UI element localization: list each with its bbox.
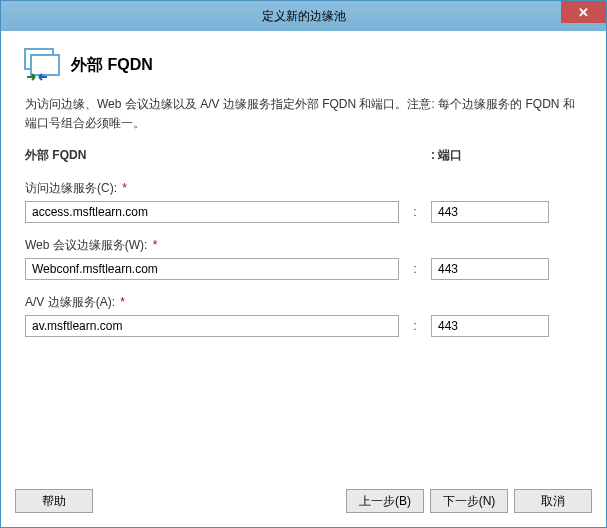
required-marker: *: [120, 295, 125, 309]
dialog-window: 定义新的边缘池 ✕ 外部 FQDN 为访问边缘、Web 会议边缘以及 A/V 边…: [0, 0, 607, 528]
content-area: 为访问边缘、Web 会议边缘以及 A/V 边缘服务指定外部 FQDN 和端口。注…: [1, 91, 606, 479]
av-edge-port-input[interactable]: [431, 315, 549, 337]
access-edge-group: 访问边缘服务(C): * :: [25, 180, 582, 223]
separator-colon: :: [399, 205, 431, 219]
access-edge-port-input[interactable]: [431, 201, 549, 223]
required-marker: *: [153, 238, 158, 252]
close-icon: ✕: [578, 5, 589, 20]
fqdn-column-header: 外部 FQDN: [25, 147, 405, 164]
access-edge-fqdn-input[interactable]: [25, 201, 399, 223]
av-edge-fqdn-input[interactable]: [25, 315, 399, 337]
page-title: 外部 FQDN: [71, 55, 153, 76]
page-header: 外部 FQDN: [1, 31, 606, 91]
cancel-button[interactable]: 取消: [514, 489, 592, 513]
close-button[interactable]: ✕: [561, 1, 606, 23]
separator-colon: :: [399, 319, 431, 333]
help-button[interactable]: 帮助: [15, 489, 93, 513]
edge-pool-icon: [21, 47, 61, 83]
column-headers: 外部 FQDN : 端口: [25, 147, 582, 164]
svg-rect-1: [31, 55, 59, 75]
av-edge-label: A/V 边缘服务(A): *: [25, 294, 582, 311]
titlebar: 定义新的边缘池 ✕: [1, 1, 606, 31]
webconf-edge-port-input[interactable]: [431, 258, 549, 280]
separator-colon: :: [399, 262, 431, 276]
webconf-edge-label: Web 会议边缘服务(W): *: [25, 237, 582, 254]
av-edge-group: A/V 边缘服务(A): * :: [25, 294, 582, 337]
webconf-edge-group: Web 会议边缘服务(W): * :: [25, 237, 582, 280]
dialog-footer: 帮助 上一步(B) 下一步(N) 取消: [1, 479, 606, 527]
port-column-header: : 端口: [405, 147, 462, 164]
back-button[interactable]: 上一步(B): [346, 489, 424, 513]
next-button[interactable]: 下一步(N): [430, 489, 508, 513]
webconf-edge-fqdn-input[interactable]: [25, 258, 399, 280]
description-text: 为访问边缘、Web 会议边缘以及 A/V 边缘服务指定外部 FQDN 和端口。注…: [25, 95, 582, 133]
window-title: 定义新的边缘池: [262, 8, 346, 25]
required-marker: *: [122, 181, 127, 195]
access-edge-label: 访问边缘服务(C): *: [25, 180, 582, 197]
